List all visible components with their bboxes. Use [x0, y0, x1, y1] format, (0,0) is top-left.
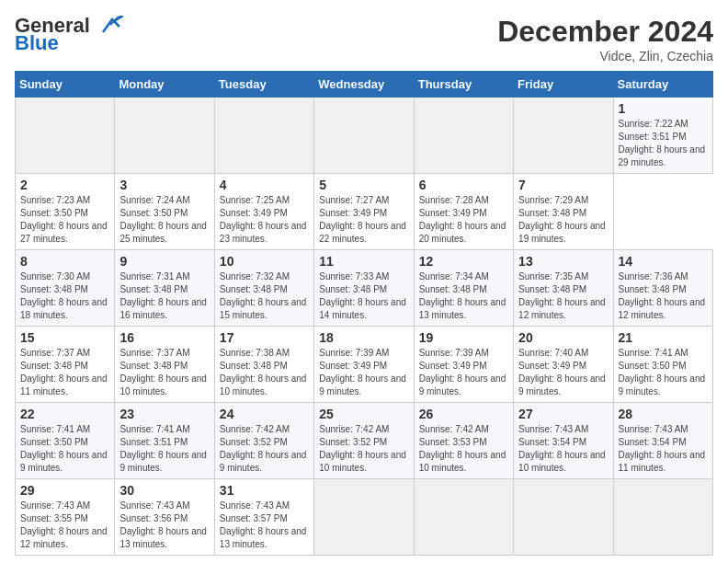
calendar-day: 7Sunrise: 7:29 AMSunset: 3:48 PMDaylight… [514, 174, 613, 250]
calendar-day: 18Sunrise: 7:39 AMSunset: 3:49 PMDayligh… [314, 327, 414, 403]
empty-cell [414, 98, 513, 174]
calendar-week-row: 15Sunrise: 7:37 AMSunset: 3:48 PMDayligh… [16, 327, 713, 403]
calendar-day: 3Sunrise: 7:24 AMSunset: 3:50 PMDaylight… [115, 174, 214, 250]
calendar-day: 26Sunrise: 7:42 AMSunset: 3:53 PMDayligh… [414, 403, 513, 479]
calendar-day: 30Sunrise: 7:43 AMSunset: 3:56 PMDayligh… [115, 479, 214, 556]
empty-cell [214, 98, 313, 174]
title-area: December 2024 Vidce, Zlin, Czechia [497, 15, 713, 63]
header-sunday: Sunday [16, 72, 115, 98]
empty-cell [514, 479, 613, 556]
header-tuesday: Tuesday [214, 72, 313, 98]
calendar-table: SundayMondayTuesdayWednesdayThursdayFrid… [15, 71, 713, 556]
empty-cell [16, 98, 115, 174]
calendar-day: 31Sunrise: 7:43 AMSunset: 3:57 PMDayligh… [214, 479, 313, 556]
calendar-header-row: SundayMondayTuesdayWednesdayThursdayFrid… [16, 72, 713, 98]
header-thursday: Thursday [414, 72, 513, 98]
header-saturday: Saturday [613, 72, 712, 98]
header-friday: Friday [514, 72, 613, 98]
calendar-day: 28Sunrise: 7:43 AMSunset: 3:54 PMDayligh… [613, 403, 712, 479]
calendar-day: 6Sunrise: 7:28 AMSunset: 3:49 PMDaylight… [414, 174, 513, 250]
calendar-week-row: 8Sunrise: 7:30 AMSunset: 3:48 PMDaylight… [16, 250, 713, 327]
calendar-day: 15Sunrise: 7:37 AMSunset: 3:48 PMDayligh… [16, 327, 115, 403]
empty-cell [314, 98, 414, 174]
calendar-day: 4Sunrise: 7:25 AMSunset: 3:49 PMDaylight… [214, 174, 313, 250]
header-monday: Monday [115, 72, 214, 98]
calendar-day: 23Sunrise: 7:41 AMSunset: 3:51 PMDayligh… [115, 403, 214, 479]
header-wednesday: Wednesday [314, 72, 414, 98]
logo-icon [94, 16, 123, 36]
location: Vidce, Zlin, Czechia [497, 49, 713, 63]
calendar-day: 24Sunrise: 7:42 AMSunset: 3:52 PMDayligh… [214, 403, 313, 479]
calendar-day: 8Sunrise: 7:30 AMSunset: 3:48 PMDaylight… [16, 250, 115, 327]
calendar-day: 14Sunrise: 7:36 AMSunset: 3:48 PMDayligh… [613, 250, 712, 327]
calendar-day: 20Sunrise: 7:40 AMSunset: 3:49 PMDayligh… [514, 327, 613, 403]
calendar-week-row: 1Sunrise: 7:22 AMSunset: 3:51 PMDaylight… [16, 98, 713, 174]
calendar-day: 13Sunrise: 7:35 AMSunset: 3:48 PMDayligh… [514, 250, 613, 327]
page-header: General Blue December 2024 Vidce, Zlin, … [15, 15, 713, 63]
calendar-day: 21Sunrise: 7:41 AMSunset: 3:50 PMDayligh… [613, 327, 712, 403]
calendar-week-row: 29Sunrise: 7:43 AMSunset: 3:55 PMDayligh… [16, 479, 713, 556]
calendar-day: 10Sunrise: 7:32 AMSunset: 3:48 PMDayligh… [214, 250, 313, 327]
calendar-week-row: 2Sunrise: 7:23 AMSunset: 3:50 PMDaylight… [16, 174, 713, 250]
calendar-day: 2Sunrise: 7:23 AMSunset: 3:50 PMDaylight… [16, 174, 115, 250]
calendar-day: 16Sunrise: 7:37 AMSunset: 3:48 PMDayligh… [115, 327, 214, 403]
calendar-day: 25Sunrise: 7:42 AMSunset: 3:52 PMDayligh… [314, 403, 414, 479]
calendar-week-row: 22Sunrise: 7:41 AMSunset: 3:50 PMDayligh… [16, 403, 713, 479]
calendar-day: 22Sunrise: 7:41 AMSunset: 3:50 PMDayligh… [16, 403, 115, 479]
empty-cell [514, 98, 613, 174]
empty-cell [613, 479, 712, 556]
calendar-day: 1Sunrise: 7:22 AMSunset: 3:51 PMDaylight… [613, 98, 712, 174]
empty-cell [115, 98, 214, 174]
calendar-day: 19Sunrise: 7:39 AMSunset: 3:49 PMDayligh… [414, 327, 513, 403]
logo: General Blue [15, 15, 123, 53]
calendar-day: 11Sunrise: 7:33 AMSunset: 3:48 PMDayligh… [314, 250, 414, 327]
calendar-day: 17Sunrise: 7:38 AMSunset: 3:48 PMDayligh… [214, 327, 313, 403]
calendar-day: 9Sunrise: 7:31 AMSunset: 3:48 PMDaylight… [115, 250, 214, 327]
empty-cell [314, 479, 414, 556]
calendar-day: 5Sunrise: 7:27 AMSunset: 3:49 PMDaylight… [314, 174, 414, 250]
month-title: December 2024 [497, 15, 713, 49]
calendar-day: 29Sunrise: 7:43 AMSunset: 3:55 PMDayligh… [16, 479, 115, 556]
calendar-day: 12Sunrise: 7:34 AMSunset: 3:48 PMDayligh… [414, 250, 513, 327]
logo-text-blue: Blue [15, 33, 59, 53]
empty-cell [414, 479, 513, 556]
calendar-day: 27Sunrise: 7:43 AMSunset: 3:54 PMDayligh… [514, 403, 613, 479]
